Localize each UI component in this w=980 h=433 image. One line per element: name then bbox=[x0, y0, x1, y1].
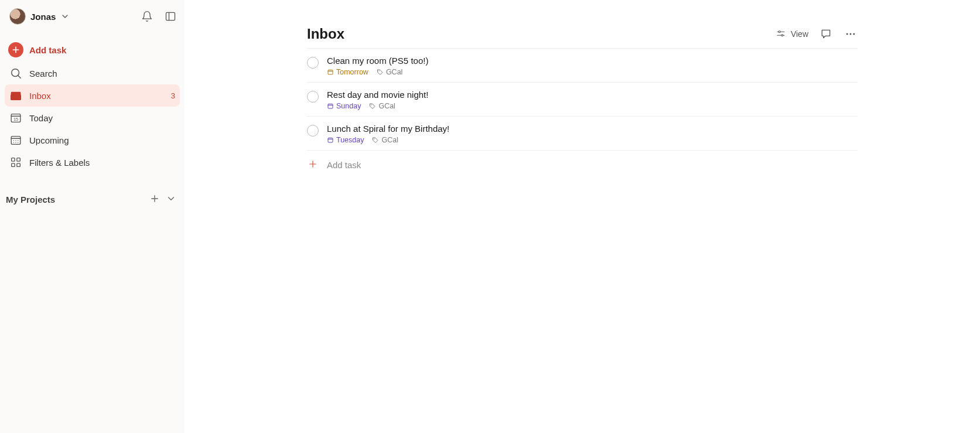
bell-icon bbox=[141, 11, 153, 22]
chevron-down-icon bbox=[166, 193, 176, 204]
upcoming-icon bbox=[9, 134, 22, 146]
task-body: Rest day and movie night!SundayGCal bbox=[327, 90, 858, 110]
projects-header[interactable]: My Projects bbox=[5, 187, 180, 209]
task-list: Clean my room (PS5 too!)TomorrowGCalRest… bbox=[307, 49, 858, 151]
plus-icon bbox=[307, 159, 319, 171]
sidebar-item-label: Inbox bbox=[29, 91, 51, 101]
sidebar-header-icons bbox=[140, 9, 177, 23]
sliders-icon bbox=[776, 29, 786, 39]
sidebar-header: Jonas bbox=[5, 4, 180, 30]
task-date-text: Tuesday bbox=[336, 136, 364, 144]
comments-button[interactable] bbox=[819, 27, 833, 41]
projects-header-label: My Projects bbox=[6, 195, 55, 204]
add-project-button[interactable] bbox=[149, 193, 160, 206]
task-body: Lunch at Spiral for my Birthday!TuesdayG… bbox=[327, 124, 858, 144]
svg-rect-33 bbox=[328, 104, 333, 109]
plus-circle-icon bbox=[8, 42, 23, 57]
grid-icon bbox=[9, 156, 22, 169]
svg-point-35 bbox=[371, 104, 372, 105]
task-label-text: GCal bbox=[381, 136, 398, 144]
sidebar-item-label: Search bbox=[29, 69, 57, 79]
task-checkbox[interactable] bbox=[307, 57, 319, 69]
task-meta: TuesdayGCal bbox=[327, 136, 858, 144]
svg-rect-20 bbox=[17, 163, 21, 167]
view-button-label: View bbox=[791, 29, 808, 39]
task-date-chip[interactable]: Tomorrow bbox=[327, 68, 368, 76]
task-date-chip[interactable]: Sunday bbox=[327, 102, 361, 110]
svg-rect-17 bbox=[12, 158, 15, 162]
svg-point-32 bbox=[378, 70, 379, 71]
user-name: Jonas bbox=[30, 12, 56, 22]
sidebar-item-label: Filters & Labels bbox=[29, 158, 90, 168]
svg-rect-36 bbox=[328, 138, 333, 143]
page-actions: View bbox=[776, 27, 858, 41]
toggle-projects-button[interactable] bbox=[166, 193, 176, 206]
sidebar-item-inbox[interactable]: Inbox 3 bbox=[5, 84, 180, 107]
svg-rect-19 bbox=[12, 163, 15, 167]
task-checkbox[interactable] bbox=[307, 91, 319, 103]
task-label-chip[interactable]: GCal bbox=[372, 136, 398, 144]
task-date-text: Sunday bbox=[336, 102, 361, 110]
comment-icon bbox=[820, 28, 832, 40]
add-task-row[interactable]: Add task bbox=[307, 151, 858, 179]
today-icon: 15 bbox=[9, 111, 22, 124]
sidebar-item-label: Upcoming bbox=[29, 135, 69, 145]
svg-rect-18 bbox=[17, 158, 21, 162]
svg-rect-30 bbox=[328, 70, 333, 75]
view-button[interactable]: View bbox=[776, 29, 808, 39]
svg-point-26 bbox=[781, 35, 783, 36]
task-title: Clean my room (PS5 too!) bbox=[327, 56, 858, 66]
avatar bbox=[9, 8, 26, 25]
sidebar-item-today[interactable]: 15 Today bbox=[5, 107, 180, 129]
main: Inbox View Clean my room (PS5 too!)Tomor… bbox=[185, 0, 980, 433]
task-date-text: Tomorrow bbox=[336, 68, 368, 76]
sidebar-add-task[interactable]: Add task bbox=[5, 37, 180, 62]
sidebar-item-upcoming[interactable]: Upcoming bbox=[5, 129, 180, 151]
svg-point-38 bbox=[374, 138, 375, 139]
task-row[interactable]: Clean my room (PS5 too!)TomorrowGCal bbox=[307, 49, 858, 83]
svg-point-27 bbox=[846, 33, 848, 35]
task-label-chip[interactable]: GCal bbox=[369, 102, 395, 110]
svg-point-28 bbox=[850, 33, 852, 35]
task-body: Clean my room (PS5 too!)TomorrowGCal bbox=[327, 56, 858, 76]
chevron-down-icon bbox=[60, 12, 70, 21]
page-title: Inbox bbox=[307, 26, 344, 42]
more-button[interactable] bbox=[844, 27, 858, 41]
panel-icon bbox=[165, 11, 176, 22]
page-header: Inbox View bbox=[307, 26, 858, 49]
sidebar-item-filters[interactable]: Filters & Labels bbox=[5, 151, 180, 173]
svg-rect-0 bbox=[166, 12, 175, 20]
sidebar: Jonas Add task Search Inbox 3 15 Today bbox=[0, 0, 185, 433]
inbox-count: 3 bbox=[171, 91, 175, 100]
inbox-icon bbox=[9, 89, 22, 102]
add-task-label: Add task bbox=[327, 160, 361, 170]
sidebar-item-search[interactable]: Search bbox=[5, 62, 180, 84]
svg-text:15: 15 bbox=[13, 117, 18, 122]
task-meta: SundayGCal bbox=[327, 102, 858, 110]
sidebar-item-label: Today bbox=[29, 113, 53, 123]
task-checkbox[interactable] bbox=[307, 125, 319, 137]
add-task-label: Add task bbox=[29, 45, 66, 55]
workspace-switcher[interactable]: Jonas bbox=[7, 7, 72, 26]
task-title: Rest day and movie night! bbox=[327, 90, 858, 100]
task-row[interactable]: Lunch at Spiral for my Birthday!TuesdayG… bbox=[307, 117, 858, 151]
more-horizontal-icon bbox=[845, 28, 856, 40]
task-title: Lunch at Spiral for my Birthday! bbox=[327, 124, 858, 134]
task-row[interactable]: Rest day and movie night!SundayGCal bbox=[307, 83, 858, 117]
task-label-chip[interactable]: GCal bbox=[377, 68, 402, 76]
task-meta: TomorrowGCal bbox=[327, 68, 858, 76]
task-label-text: GCal bbox=[378, 102, 395, 110]
toggle-sidebar-button[interactable] bbox=[163, 9, 177, 23]
task-date-chip[interactable]: Tuesday bbox=[327, 136, 364, 144]
svg-point-24 bbox=[778, 31, 780, 33]
svg-point-29 bbox=[853, 33, 855, 35]
notifications-button[interactable] bbox=[140, 9, 154, 23]
task-label-text: GCal bbox=[386, 68, 402, 76]
search-icon bbox=[9, 67, 22, 80]
plus-icon bbox=[149, 193, 160, 204]
svg-line-5 bbox=[18, 76, 21, 79]
